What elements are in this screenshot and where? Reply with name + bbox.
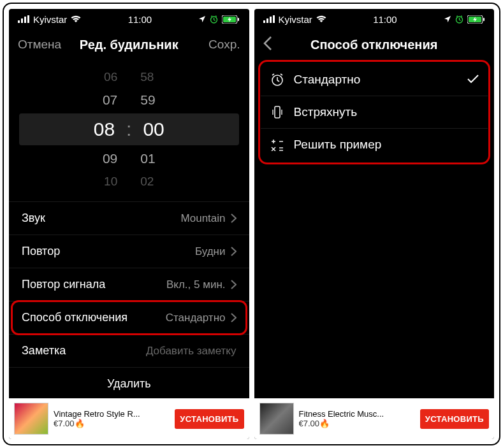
picker-colon: : <box>126 119 131 140</box>
carrier-label: Kyivstar <box>33 14 67 25</box>
picker-min: 01 <box>140 147 155 171</box>
row-dismiss-method[interactable]: Способ отключения Стандартно <box>9 301 249 334</box>
chevron-right-icon <box>231 313 237 322</box>
picker-hour: 09 <box>103 147 117 171</box>
check-icon <box>467 73 479 87</box>
method-shake[interactable]: Встряхнуть <box>261 96 488 129</box>
phone-left: Kyivstar 11:00 Отмена Ред. будильник Сох… <box>9 9 249 439</box>
row-label: Способ отключения <box>22 311 128 324</box>
delete-label: Удалить <box>107 377 151 391</box>
chevron-right-icon <box>231 247 237 256</box>
ad-banner[interactable]: Vintage Retro Style R... €7.00🔥 УСТАНОВИ… <box>9 398 249 439</box>
method-standard[interactable]: Стандартно <box>261 64 488 96</box>
row-label: Звук <box>22 212 45 225</box>
battery-icon <box>222 15 240 24</box>
svg-rect-8 <box>263 20 265 23</box>
row-value: Будни <box>195 245 226 258</box>
svg-rect-1 <box>21 18 23 23</box>
math-icon <box>270 138 285 151</box>
method-label: Встряхнуть <box>294 105 479 119</box>
method-math[interactable]: Решить пример <box>261 129 488 161</box>
row-value: Стандартно <box>166 312 226 324</box>
picker-selected: 08 : 00 <box>19 113 239 145</box>
picker-min: 59 <box>140 88 155 112</box>
svg-rect-14 <box>483 18 485 21</box>
navbar-edit-alarm: Отмена Ред. будильник Сохр. <box>9 29 249 60</box>
svg-rect-0 <box>18 20 20 23</box>
svg-rect-10 <box>270 17 272 23</box>
ad-price: €7.00🔥 <box>299 419 415 428</box>
svg-rect-17 <box>275 106 280 118</box>
ad-price: €7.00🔥 <box>54 419 170 428</box>
row-value: Mountain <box>181 212 226 225</box>
row-value: Вкл., 5 мин. <box>166 278 226 291</box>
picker-hour: 07 <box>103 88 117 112</box>
location-icon <box>444 15 451 23</box>
ad-title: Vintage Retro Style R... <box>54 409 170 419</box>
wifi-icon <box>71 15 81 23</box>
location-icon <box>198 15 206 23</box>
picker-min: 02 <box>140 171 154 192</box>
row-note[interactable]: Заметка Добавить заметку <box>9 334 249 367</box>
alarm-icon <box>455 15 463 24</box>
clock-label: 11:00 <box>373 14 397 25</box>
row-label: Заметка <box>22 344 66 358</box>
page-title: Ред. будильник <box>62 38 196 52</box>
svg-rect-11 <box>273 15 275 23</box>
chevron-left-icon <box>263 36 272 50</box>
back-button[interactable] <box>263 36 308 54</box>
battery-icon <box>467 15 485 24</box>
status-bar: Kyivstar 11:00 <box>9 9 249 29</box>
row-snooze[interactable]: Повтор сигнала Вкл., 5 мин. <box>9 268 249 301</box>
row-label: Повтор сигнала <box>22 278 105 291</box>
picker-min: 58 <box>140 66 154 88</box>
ad-thumbnail <box>14 403 48 435</box>
row-delete[interactable]: Удалить <box>9 367 249 398</box>
clock-label: 11:00 <box>128 14 152 25</box>
picker-min-selected: 00 <box>143 119 164 140</box>
signal-icon <box>263 15 275 23</box>
save-button[interactable]: Сохр. <box>196 38 240 52</box>
alarm-icon <box>210 15 218 24</box>
row-repeat[interactable]: Повтор Будни <box>9 235 249 268</box>
picker-hour: 10 <box>104 171 117 192</box>
ad-install-button[interactable]: УСТАНОВИТЬ <box>420 409 489 429</box>
svg-rect-3 <box>27 15 29 23</box>
svg-rect-2 <box>24 17 26 23</box>
time-picker[interactable]: 0658 0759 08 : 00 0901 1002 <box>9 60 249 201</box>
chevron-right-icon <box>231 213 237 223</box>
row-placeholder: Добавить заметку <box>146 345 237 358</box>
signal-icon <box>18 15 29 23</box>
carrier-label: Kyivstar <box>279 14 312 25</box>
ad-title: Fitness Electric Musc... <box>299 409 415 419</box>
page-title: Способ отключения <box>308 38 441 52</box>
ad-banner[interactable]: Fitness Electric Musc... €7.00🔥 УСТАНОВИ… <box>254 398 495 439</box>
method-label: Стандартно <box>294 73 459 87</box>
status-bar: Kyivstar 11:00 <box>254 9 495 29</box>
picker-hour-selected: 08 <box>94 119 115 140</box>
cancel-button[interactable]: Отмена <box>18 38 62 52</box>
picker-hour: 06 <box>104 66 117 88</box>
svg-rect-6 <box>238 18 239 21</box>
phone-right: Kyivstar 11:00 Способ отключения Стандар… <box>254 9 495 439</box>
screenshot-frame: Kyivstar 11:00 Отмена Ред. будильник Сох… <box>3 3 500 445</box>
ad-thumbnail <box>259 403 294 435</box>
settings-list: Звук Mountain Повтор Будни Повтор сигнал… <box>9 201 249 398</box>
chevron-right-icon <box>231 280 237 289</box>
row-label: Повтор <box>22 245 60 258</box>
navbar-dismiss-method: Способ отключения <box>254 29 495 60</box>
method-label: Решить пример <box>294 138 479 152</box>
wifi-icon <box>316 15 326 23</box>
row-sound[interactable]: Звук Mountain <box>9 201 249 235</box>
svg-rect-9 <box>266 18 268 23</box>
clock-icon <box>270 73 285 87</box>
ad-install-button[interactable]: УСТАНОВИТЬ <box>175 409 244 429</box>
dismiss-method-list: Стандартно Встряхнуть Решить пример <box>261 64 488 161</box>
phone-shake-icon <box>270 105 285 119</box>
